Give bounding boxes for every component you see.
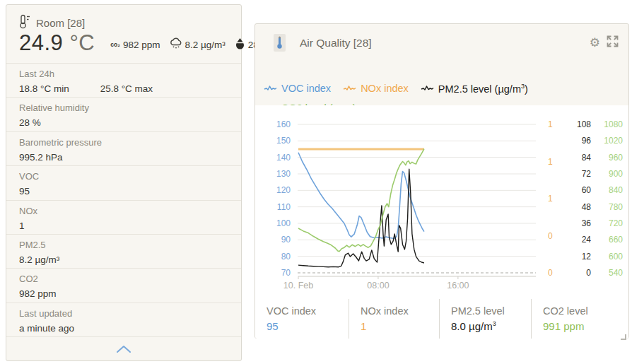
pm25-axis-tick-label: 84 — [554, 152, 591, 163]
pm25-axis-tick-label: 0 — [554, 267, 591, 278]
room-temperature: 24.9 °C — [19, 30, 95, 56]
voc-axis-tick-label: 140 — [255, 152, 291, 163]
resize-handle[interactable] — [620, 330, 626, 336]
pm25-axis-tick-label: 12 — [554, 251, 591, 262]
pm25-axis-tick-label: 96 — [554, 135, 591, 146]
voc-axis-tick-label: 130 — [255, 168, 291, 180]
squiggle-icon — [264, 85, 277, 92]
co2-stat: co₂ 982 ppm — [110, 40, 160, 50]
thermometer-icon — [19, 14, 30, 32]
pm25-axis-tick-label: 60 — [554, 184, 591, 196]
air-quality-chart: 10. Feb08:0016:0016015014013012011010090… — [255, 105, 628, 299]
squiggle-icon — [343, 85, 356, 92]
chart-header: Air Quality [28] ⚙ — [255, 24, 628, 105]
voc-axis-tick-label: 150 — [255, 135, 291, 146]
voc-axis-tick-label: 70 — [255, 267, 291, 278]
x-axis-tick-label: 08:00 — [356, 281, 401, 290]
row-co2: CO2 982 ppm — [6, 268, 241, 302]
legend-nox-index[interactable]: NOx index — [343, 83, 409, 94]
collapse-button[interactable] — [6, 336, 241, 362]
pm25-axis-tick-label: 24 — [554, 234, 591, 245]
legend-pm25-level[interactable]: PM2.5 level (µg/m3) — [421, 83, 528, 95]
row-pm25: PM2.5 8.2 µg/m³ — [6, 234, 241, 268]
row-last-24h: Last 24h 18.8 °C min25.8 °C max — [6, 63, 241, 97]
co2-axis-tick-label: 600 — [590, 251, 623, 262]
summary-co2: CO2 level 991 ppm — [531, 299, 628, 339]
voc-axis-tick-label: 120 — [255, 184, 291, 196]
summary-voc-value: 95 — [267, 320, 349, 332]
summary-nox-value: 1 — [361, 320, 439, 332]
row-relative-humidity: Relative humidity 28 % — [6, 97, 241, 131]
summary-nox: NOx index 1 — [349, 299, 439, 339]
thermometer-widget-icon — [274, 34, 286, 52]
room-title: Room [28] — [36, 17, 85, 29]
squiggle-icon — [421, 85, 434, 92]
co2-axis-tick-label: 780 — [590, 201, 623, 213]
chart-summary: VOC index 95 NOx index 1 PM2.5 level 8.0… — [255, 299, 628, 339]
pm25-axis-tick-label: 48 — [554, 201, 591, 213]
row-barometric-pressure: Barometric pressure 995.2 hPa — [6, 131, 241, 165]
co2-axis-tick-label: 1020 — [590, 135, 623, 146]
humidity-drop-icon — [235, 37, 245, 52]
chevron-up-icon — [115, 344, 132, 356]
chart-title: Air Quality [28] — [300, 37, 590, 49]
co2-axis-tick-label: 540 — [590, 267, 623, 278]
pm25-axis-tick-label: 108 — [554, 119, 591, 130]
summary-pm25: PM2.5 level 8.0 µg/m3 — [439, 299, 531, 339]
co2-icon: co₂ — [110, 41, 120, 48]
particulate-cloud-icon — [170, 37, 182, 52]
room-summary-panel: Room [28] 24.9 °C co₂ 982 ppm — [6, 4, 242, 361]
co2-axis-tick-label: 660 — [590, 234, 623, 245]
co2-axis-tick-label: 960 — [590, 152, 623, 163]
co2-axis-tick-label: 900 — [590, 168, 623, 180]
co2-axis-tick-label: 720 — [590, 218, 623, 229]
fullscreen-expand-icon[interactable] — [607, 35, 619, 50]
series-line-co2 — [298, 149, 424, 252]
row-last-updated: Last updated a minute ago — [6, 303, 241, 336]
voc-axis-tick-label: 90 — [255, 234, 291, 245]
summary-co2-value: 991 ppm — [543, 320, 628, 332]
pm25-axis-tick-label: 72 — [554, 168, 591, 180]
row-nox: NOx 1 — [6, 200, 241, 234]
x-axis-tick-label: 16:00 — [435, 281, 481, 290]
co2-axis-tick-label: 1080 — [590, 119, 623, 130]
co2-axis-tick-label: 840 — [590, 184, 623, 196]
voc-axis-tick-label: 160 — [255, 119, 291, 130]
temp-min: 18.8 °C min — [19, 83, 69, 94]
summary-voc: VOC index 95 — [255, 299, 349, 339]
room-header: Room [28] 24.9 °C co₂ 982 ppm — [6, 5, 241, 63]
chart-body: 10. Feb08:0016:0016015014013012011010090… — [255, 105, 628, 339]
air-quality-panel: Air Quality [28] ⚙ — [254, 23, 629, 339]
voc-axis-tick-label: 100 — [255, 218, 291, 229]
pm25-stat: 8.2 µg/m³ — [170, 37, 226, 52]
pm25-axis-tick-label: 36 — [554, 218, 591, 229]
voc-axis-tick-label: 110 — [255, 201, 291, 213]
legend-voc-index[interactable]: VOC index — [264, 83, 331, 94]
x-axis-tick-label: 10. Feb — [276, 281, 321, 290]
voc-axis-tick-label: 80 — [255, 251, 291, 262]
settings-gear-icon[interactable]: ⚙ — [590, 37, 600, 49]
row-voc: VOC 95 — [6, 165, 241, 199]
temp-max: 25.8 °C max — [100, 83, 153, 94]
summary-pm25-value: 8.0 µg/m3 — [451, 320, 531, 332]
